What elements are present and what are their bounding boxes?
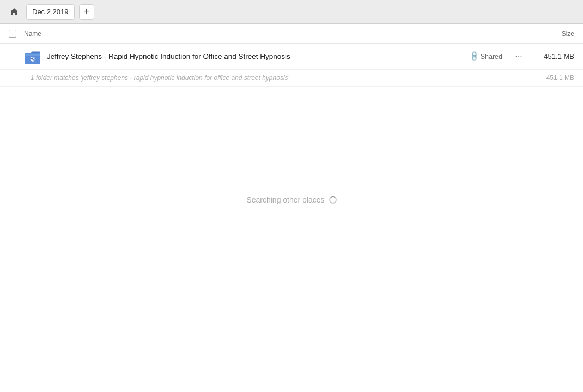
breadcrumb-label: Dec 2 2019 xyxy=(32,8,69,16)
shared-label: Shared xyxy=(481,53,502,60)
summary-row: 1 folder matches 'jeffrey stephens - rap… xyxy=(0,70,583,87)
name-column-header[interactable]: Name ↑ xyxy=(24,30,520,38)
shared-badge: 🔗 Shared xyxy=(470,52,502,60)
size-column-label: Size xyxy=(562,30,574,38)
loading-spinner xyxy=(329,196,337,204)
select-all-checkbox[interactable] xyxy=(9,30,16,38)
table-row[interactable]: Jeffrey Stephens - Rapid Hypnotic Induct… xyxy=(0,44,583,70)
size-column-header[interactable]: Size xyxy=(520,30,574,38)
content-area: Name ↑ Size Jeffrey Stephens - Rapid Hyp… xyxy=(0,24,583,392)
file-name-label: Jeffrey Stephens - Rapid Hypnotic Induct… xyxy=(47,52,470,60)
searching-section: Searching other places xyxy=(0,87,583,204)
breadcrumb[interactable]: Dec 2 2019 xyxy=(26,4,75,20)
searching-text: Searching other places xyxy=(246,195,324,204)
home-icon xyxy=(10,8,19,16)
folder-icon xyxy=(24,48,41,65)
link-icon: 🔗 xyxy=(468,51,480,63)
summary-size: 451.1 MB xyxy=(546,74,574,82)
more-options-button[interactable]: ··· xyxy=(511,49,526,64)
summary-text: 1 folder matches 'jeffrey stephens - rap… xyxy=(31,74,546,82)
file-size-value: 451.1 MB xyxy=(531,52,574,60)
sort-arrow-icon: ↑ xyxy=(44,30,46,36)
column-header: Name ↑ Size xyxy=(0,24,583,44)
header-checkbox-cell xyxy=(9,30,24,38)
more-icon: ··· xyxy=(515,52,522,62)
top-bar: Dec 2 2019 + xyxy=(0,0,583,24)
add-icon: + xyxy=(83,6,89,17)
home-button[interactable] xyxy=(7,4,22,20)
add-button[interactable]: + xyxy=(79,4,94,20)
name-column-label: Name xyxy=(24,30,41,38)
folder-svg xyxy=(25,49,40,64)
